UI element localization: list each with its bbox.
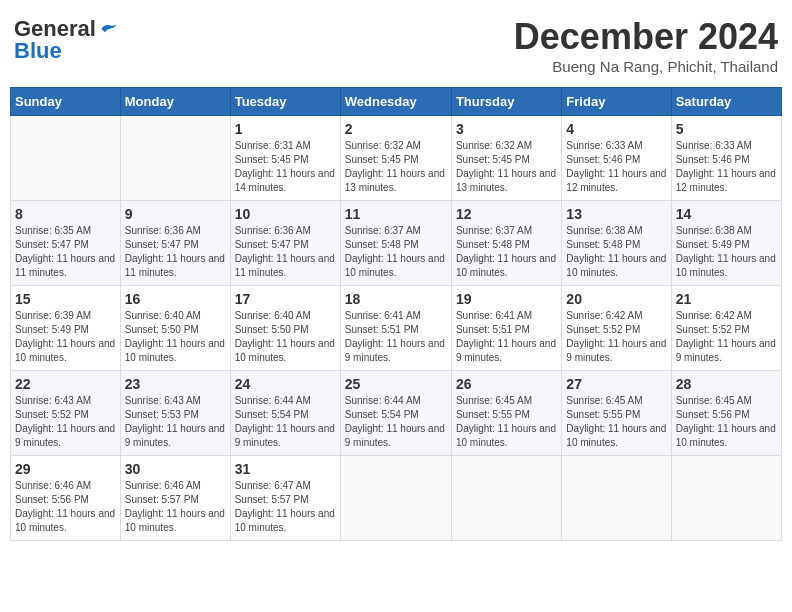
- day-cell-19: 19 Sunrise: 6:41 AM Sunset: 5:51 PM Dayl…: [451, 286, 561, 371]
- logo-blue-text: Blue: [14, 38, 62, 64]
- day-cell-31: 31 Sunrise: 6:47 AM Sunset: 5:57 PM Dayl…: [230, 456, 340, 541]
- day-info: Sunrise: 6:47 AM Sunset: 5:57 PM Dayligh…: [235, 479, 336, 535]
- day-cell-2: 2 Sunrise: 6:32 AM Sunset: 5:45 PM Dayli…: [340, 116, 451, 201]
- day-cell-21: 21 Sunrise: 6:42 AM Sunset: 5:52 PM Dayl…: [671, 286, 781, 371]
- day-cell-13: 13 Sunrise: 6:38 AM Sunset: 5:48 PM Dayl…: [562, 201, 671, 286]
- logo-bird-icon: [98, 19, 118, 39]
- day-info: Sunrise: 6:45 AM Sunset: 5:55 PM Dayligh…: [566, 394, 666, 450]
- day-info: Sunrise: 6:41 AM Sunset: 5:51 PM Dayligh…: [456, 309, 557, 365]
- day-number: 9: [125, 206, 226, 222]
- day-info: Sunrise: 6:36 AM Sunset: 5:47 PM Dayligh…: [125, 224, 226, 280]
- day-number: 26: [456, 376, 557, 392]
- logo: General Blue: [14, 16, 118, 64]
- day-info: Sunrise: 6:31 AM Sunset: 5:45 PM Dayligh…: [235, 139, 336, 195]
- day-number: 29: [15, 461, 116, 477]
- day-info: Sunrise: 6:35 AM Sunset: 5:47 PM Dayligh…: [15, 224, 116, 280]
- page-header: General Blue December 2024 Bueng Na Rang…: [10, 10, 782, 81]
- day-number: 19: [456, 291, 557, 307]
- day-cell-5: 5 Sunrise: 6:33 AM Sunset: 5:46 PM Dayli…: [671, 116, 781, 201]
- day-info: Sunrise: 6:42 AM Sunset: 5:52 PM Dayligh…: [566, 309, 666, 365]
- day-number: 16: [125, 291, 226, 307]
- day-number: 22: [15, 376, 116, 392]
- day-number: 20: [566, 291, 666, 307]
- empty-cell: [671, 456, 781, 541]
- weekday-thursday: Thursday: [451, 88, 561, 116]
- weekday-wednesday: Wednesday: [340, 88, 451, 116]
- day-info: Sunrise: 6:33 AM Sunset: 5:46 PM Dayligh…: [566, 139, 666, 195]
- day-cell-26: 26 Sunrise: 6:45 AM Sunset: 5:55 PM Dayl…: [451, 371, 561, 456]
- day-cell-22: 22 Sunrise: 6:43 AM Sunset: 5:52 PM Dayl…: [11, 371, 121, 456]
- weekday-header-row: SundayMondayTuesdayWednesdayThursdayFrid…: [11, 88, 782, 116]
- empty-cell: [562, 456, 671, 541]
- day-number: 10: [235, 206, 336, 222]
- day-info: Sunrise: 6:38 AM Sunset: 5:49 PM Dayligh…: [676, 224, 777, 280]
- day-info: Sunrise: 6:46 AM Sunset: 5:56 PM Dayligh…: [15, 479, 116, 535]
- weekday-monday: Monday: [120, 88, 230, 116]
- day-number: 2: [345, 121, 447, 137]
- day-cell-23: 23 Sunrise: 6:43 AM Sunset: 5:53 PM Dayl…: [120, 371, 230, 456]
- day-cell-4: 4 Sunrise: 6:33 AM Sunset: 5:46 PM Dayli…: [562, 116, 671, 201]
- week-row-2: 8 Sunrise: 6:35 AM Sunset: 5:47 PM Dayli…: [11, 201, 782, 286]
- calendar-header: SundayMondayTuesdayWednesdayThursdayFrid…: [11, 88, 782, 116]
- day-cell-30: 30 Sunrise: 6:46 AM Sunset: 5:57 PM Dayl…: [120, 456, 230, 541]
- day-info: Sunrise: 6:44 AM Sunset: 5:54 PM Dayligh…: [345, 394, 447, 450]
- empty-cell: [451, 456, 561, 541]
- day-number: 24: [235, 376, 336, 392]
- day-number: 4: [566, 121, 666, 137]
- day-info: Sunrise: 6:40 AM Sunset: 5:50 PM Dayligh…: [235, 309, 336, 365]
- month-title: December 2024: [514, 16, 778, 58]
- empty-cell: [120, 116, 230, 201]
- weekday-sunday: Sunday: [11, 88, 121, 116]
- day-cell-18: 18 Sunrise: 6:41 AM Sunset: 5:51 PM Dayl…: [340, 286, 451, 371]
- day-number: 3: [456, 121, 557, 137]
- day-number: 8: [15, 206, 116, 222]
- day-info: Sunrise: 6:37 AM Sunset: 5:48 PM Dayligh…: [456, 224, 557, 280]
- day-number: 5: [676, 121, 777, 137]
- day-cell-1: 1 Sunrise: 6:31 AM Sunset: 5:45 PM Dayli…: [230, 116, 340, 201]
- calendar-table: SundayMondayTuesdayWednesdayThursdayFrid…: [10, 87, 782, 541]
- day-number: 25: [345, 376, 447, 392]
- day-number: 30: [125, 461, 226, 477]
- day-number: 18: [345, 291, 447, 307]
- day-cell-14: 14 Sunrise: 6:38 AM Sunset: 5:49 PM Dayl…: [671, 201, 781, 286]
- day-number: 28: [676, 376, 777, 392]
- day-info: Sunrise: 6:38 AM Sunset: 5:48 PM Dayligh…: [566, 224, 666, 280]
- location-text: Bueng Na Rang, Phichit, Thailand: [514, 58, 778, 75]
- calendar-body: 1 Sunrise: 6:31 AM Sunset: 5:45 PM Dayli…: [11, 116, 782, 541]
- day-number: 11: [345, 206, 447, 222]
- day-cell-25: 25 Sunrise: 6:44 AM Sunset: 5:54 PM Dayl…: [340, 371, 451, 456]
- day-number: 12: [456, 206, 557, 222]
- day-cell-20: 20 Sunrise: 6:42 AM Sunset: 5:52 PM Dayl…: [562, 286, 671, 371]
- day-info: Sunrise: 6:32 AM Sunset: 5:45 PM Dayligh…: [345, 139, 447, 195]
- week-row-4: 22 Sunrise: 6:43 AM Sunset: 5:52 PM Dayl…: [11, 371, 782, 456]
- day-info: Sunrise: 6:44 AM Sunset: 5:54 PM Dayligh…: [235, 394, 336, 450]
- day-cell-12: 12 Sunrise: 6:37 AM Sunset: 5:48 PM Dayl…: [451, 201, 561, 286]
- day-info: Sunrise: 6:32 AM Sunset: 5:45 PM Dayligh…: [456, 139, 557, 195]
- day-info: Sunrise: 6:37 AM Sunset: 5:48 PM Dayligh…: [345, 224, 447, 280]
- empty-cell: [11, 116, 121, 201]
- day-info: Sunrise: 6:42 AM Sunset: 5:52 PM Dayligh…: [676, 309, 777, 365]
- weekday-tuesday: Tuesday: [230, 88, 340, 116]
- week-row-5: 29 Sunrise: 6:46 AM Sunset: 5:56 PM Dayl…: [11, 456, 782, 541]
- week-row-1: 1 Sunrise: 6:31 AM Sunset: 5:45 PM Dayli…: [11, 116, 782, 201]
- day-cell-27: 27 Sunrise: 6:45 AM Sunset: 5:55 PM Dayl…: [562, 371, 671, 456]
- day-info: Sunrise: 6:45 AM Sunset: 5:56 PM Dayligh…: [676, 394, 777, 450]
- day-info: Sunrise: 6:43 AM Sunset: 5:53 PM Dayligh…: [125, 394, 226, 450]
- day-info: Sunrise: 6:36 AM Sunset: 5:47 PM Dayligh…: [235, 224, 336, 280]
- day-cell-16: 16 Sunrise: 6:40 AM Sunset: 5:50 PM Dayl…: [120, 286, 230, 371]
- day-number: 14: [676, 206, 777, 222]
- day-cell-24: 24 Sunrise: 6:44 AM Sunset: 5:54 PM Dayl…: [230, 371, 340, 456]
- day-cell-11: 11 Sunrise: 6:37 AM Sunset: 5:48 PM Dayl…: [340, 201, 451, 286]
- day-cell-10: 10 Sunrise: 6:36 AM Sunset: 5:47 PM Dayl…: [230, 201, 340, 286]
- day-info: Sunrise: 6:40 AM Sunset: 5:50 PM Dayligh…: [125, 309, 226, 365]
- day-cell-9: 9 Sunrise: 6:36 AM Sunset: 5:47 PM Dayli…: [120, 201, 230, 286]
- weekday-friday: Friday: [562, 88, 671, 116]
- day-number: 27: [566, 376, 666, 392]
- day-cell-8: 8 Sunrise: 6:35 AM Sunset: 5:47 PM Dayli…: [11, 201, 121, 286]
- day-cell-17: 17 Sunrise: 6:40 AM Sunset: 5:50 PM Dayl…: [230, 286, 340, 371]
- day-number: 31: [235, 461, 336, 477]
- day-info: Sunrise: 6:46 AM Sunset: 5:57 PM Dayligh…: [125, 479, 226, 535]
- day-info: Sunrise: 6:45 AM Sunset: 5:55 PM Dayligh…: [456, 394, 557, 450]
- title-block: December 2024 Bueng Na Rang, Phichit, Th…: [514, 16, 778, 75]
- day-number: 15: [15, 291, 116, 307]
